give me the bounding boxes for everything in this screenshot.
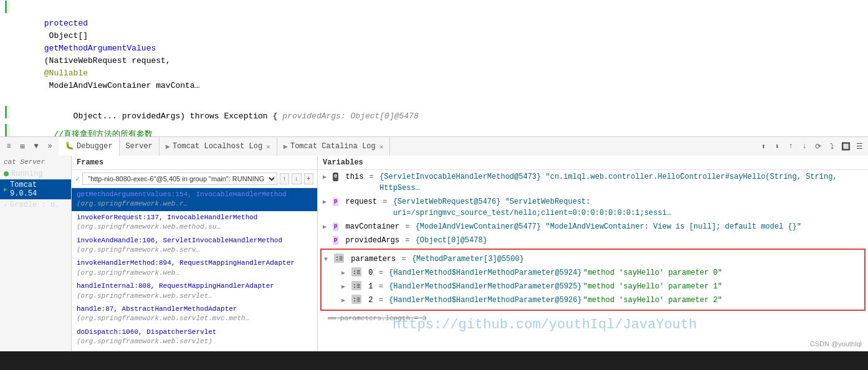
tomcat-icon: ▶	[4, 186, 7, 193]
frame-method-2: invokeAndHandle:106, ServletInvocableHan…	[77, 237, 282, 244]
code-line-2: Object... providedArgs) throws Exception…	[0, 105, 868, 123]
run-to-cursor-icon[interactable]: ⤵	[826, 140, 838, 153]
step-into-icon[interactable]: ↓	[798, 140, 811, 153]
thread-running-icon: ✓	[75, 174, 80, 184]
var-name-param-0: 0	[368, 267, 373, 278]
var-name-param-2: 2	[368, 295, 373, 306]
tab-tomcat-catalina-icon: ▶	[284, 142, 288, 151]
var-value-param-0: {HandlerMethod$HandlerMethodParameter@59…	[389, 267, 582, 278]
frame-item-5[interactable]: handle:87, AbstractHandlerMethodAdapter …	[72, 303, 317, 326]
var-item-this[interactable]: ▶ e this = {ServletInvocableHandlerMetho…	[318, 170, 868, 195]
var-icon-param-0: :≡	[351, 267, 361, 277]
evaluate-icon[interactable]: 🔲	[839, 140, 852, 153]
tab-tomcat-localhost-close[interactable]: ✕	[266, 143, 270, 151]
status-running-dot	[4, 171, 9, 176]
tab-tomcat-catalina-label: Tomcat Catalina Log	[290, 142, 376, 151]
variables-header: Variables	[318, 156, 868, 170]
thread-dropdown[interactable]: "http-nio-8080-exec-6"@5,405 in group "m…	[82, 173, 277, 185]
step-out-icon[interactable]: ⟳	[812, 140, 824, 153]
expand-param-1-icon[interactable]: ▶	[341, 282, 350, 292]
var-icon-param-1: :≡	[351, 281, 361, 290]
frame-item-6[interactable]: doDispatch:1060, DispatcherServlet (org.…	[72, 326, 317, 349]
frame-method-7: doService:962, DispatcherServlet	[77, 351, 208, 351]
settings-icon[interactable]: ☰	[853, 140, 866, 153]
thread-selector: ✓ "http-nio-8080-exec-6"@5,405 in group …	[72, 170, 317, 188]
expand-this-icon[interactable]: ▶	[323, 173, 331, 182]
tab-server[interactable]: Server	[120, 137, 160, 156]
frame-item-1[interactable]: invokeForRequest:137, InvocableHandlerMe…	[72, 211, 317, 234]
tab-tomcat-localhost[interactable]: ▶ Tomcat Localhost Log ✕	[160, 137, 277, 156]
var-value-this: {ServletInvocableHandlerMethod@5473} "cn…	[379, 171, 863, 194]
bottom-panel: cat Server Running ▶ Tomcat 9.0.54 ✓ Gra…	[0, 156, 868, 351]
gradle-check-icon: ✓	[4, 201, 7, 209]
sidebar-header: cat Server	[0, 156, 71, 168]
frame-item-3[interactable]: invokeHandlerMethod:894, RequestMappingH…	[72, 257, 317, 280]
more-icon[interactable]: »	[44, 140, 56, 153]
var-item-param-0[interactable]: ▶ :≡ 0 = {HandlerMethod$HandlerMethodPar…	[324, 266, 862, 280]
var-string-param-0: "method 'sayHello' parameter 0"	[583, 267, 722, 278]
var-name-request: request	[346, 196, 377, 207]
debug-gutter-1	[5, 1, 10, 13]
var-value-parameters: {MethodParameter[3]@5500}	[412, 254, 524, 265]
filter-icon[interactable]: ▼	[30, 140, 42, 153]
expand-mavcontainer-icon[interactable]: ▶	[323, 222, 331, 232]
sidebar-item-running[interactable]: Running	[0, 168, 71, 179]
expand-request-icon[interactable]: ▶	[323, 197, 331, 207]
expand-providedargs-icon: ▶	[323, 236, 331, 245]
var-item-parameters[interactable]: ▼ :≡ parameters = {MethodParameter[3]@55…	[324, 252, 862, 266]
frame-method-0: getMethodArgumentValues:154, InvocableHa…	[77, 191, 287, 198]
expand-param-2-icon[interactable]: ▶	[341, 296, 350, 305]
var-icon-request: p	[333, 197, 338, 206]
sidebar-item-gradle[interactable]: ✓ Gradle : o…	[0, 199, 71, 211]
var-parameters-box: ▼ :≡ parameters = {MethodParameter[3]@55…	[320, 249, 866, 311]
debugger-toolbar: ≡ ⊞ ▼ »	[0, 137, 59, 156]
frame-method-1: invokeForRequest:137, InvocableHandlerMe…	[77, 214, 257, 221]
var-item-mavcontainer[interactable]: ▶ p mavContainer = {ModelAndViewContaine…	[318, 220, 868, 234]
grid-icon[interactable]: ⊞	[16, 140, 29, 153]
tab-tomcat-catalina[interactable]: ▶ Tomcat Catalina Log ✕	[277, 137, 391, 156]
debug-gutter-3	[5, 124, 10, 136]
thread-up-btn[interactable]: ↑	[280, 173, 289, 184]
tab-debugger-icon: 🐛	[65, 141, 74, 151]
var-value-request: {ServletWebRequest@5476} "ServletWebRequ…	[393, 196, 863, 219]
resume-icon[interactable]: ⬆	[757, 140, 770, 153]
step-over-icon[interactable]: ↑	[785, 140, 797, 153]
thread-down-btn[interactable]: ↓	[292, 173, 301, 184]
frame-class-6: (org.springframework.web.servlet)	[77, 338, 212, 345]
var-param-length-text: ∞∞ parameters.length = 3	[328, 313, 426, 324]
var-item-param-2[interactable]: ▶ :≡ 2 = {HandlerMethod$HandlerMethodPar…	[324, 293, 862, 307]
var-value-mavcontainer: {ModelAndViewContainer@5477} "ModelAndVi…	[416, 221, 801, 232]
variables-panel: Variables ▶ e this = {ServletInvocableHa…	[318, 156, 868, 351]
var-name-providedargs: providedArgs	[346, 235, 399, 246]
frame-class-2: (org.springframework.web.serv…	[77, 246, 200, 254]
expand-param-0-icon[interactable]: ▶	[341, 268, 350, 278]
tab-bar: 🐛 Debugger Server ▶ Tomcat Localhost Log…	[59, 137, 868, 156]
tab-tomcat-catalina-close[interactable]: ✕	[379, 143, 384, 151]
var-item-request[interactable]: ▶ p request = {ServletWebRequest@5476} "…	[318, 195, 868, 220]
layout-icon[interactable]: ≡	[2, 140, 15, 153]
var-item-param-1[interactable]: ▶ :≡ 1 = {HandlerMethod$HandlerMethodPar…	[324, 280, 862, 293]
pause-icon[interactable]: ⬇	[771, 140, 783, 153]
expand-parameters-icon[interactable]: ▼	[324, 255, 333, 264]
sidebar-running-label: Running	[11, 169, 42, 178]
var-value-param-1: {HandlerMethod$HandlerMethodParameter@59…	[389, 281, 582, 292]
frame-method-6: doDispatch:1060, DispatcherServlet	[77, 328, 216, 336]
var-string-param-2: "method 'sayHello' parameter 2"	[583, 295, 722, 306]
frame-item-2[interactable]: invokeAndHandle:106, ServletInvocableHan…	[72, 234, 317, 257]
code-text: protected Object[] getMethodArgumentValu…	[15, 5, 199, 105]
sidebar-tomcat-label: Tomcat 9.0.54	[10, 181, 67, 198]
server-sidebar: cat Server Running ▶ Tomcat 9.0.54 ✓ Gra…	[0, 156, 72, 351]
frame-item-7[interactable]: doService:962, DispatcherServlet (org.sp…	[72, 348, 317, 351]
code-line-3: //直接拿到方法的所有参数	[0, 123, 868, 137]
frame-item-4[interactable]: handleInternal:808, RequestMappingHandle…	[72, 280, 317, 303]
thread-add-btn[interactable]: +	[304, 173, 313, 184]
var-icon-param-2: :≡	[351, 295, 361, 304]
frame-method-3: invokeHandlerMethod:894, RequestMappingH…	[77, 259, 295, 267]
var-value-param-2: {HandlerMethod$HandlerMethodParameter@59…	[389, 295, 582, 306]
frame-item-0[interactable]: getMethodArgumentValues:154, InvocableHa…	[72, 188, 317, 211]
tab-debugger[interactable]: 🐛 Debugger	[59, 137, 120, 156]
var-name-this: this	[346, 171, 364, 183]
var-item-providedargs[interactable]: ▶ p providedArgs = {Object[0]@5478}	[318, 234, 868, 247]
sidebar-item-tomcat[interactable]: ▶ Tomcat 9.0.54	[0, 179, 71, 199]
var-icon-this: e	[333, 173, 338, 181]
